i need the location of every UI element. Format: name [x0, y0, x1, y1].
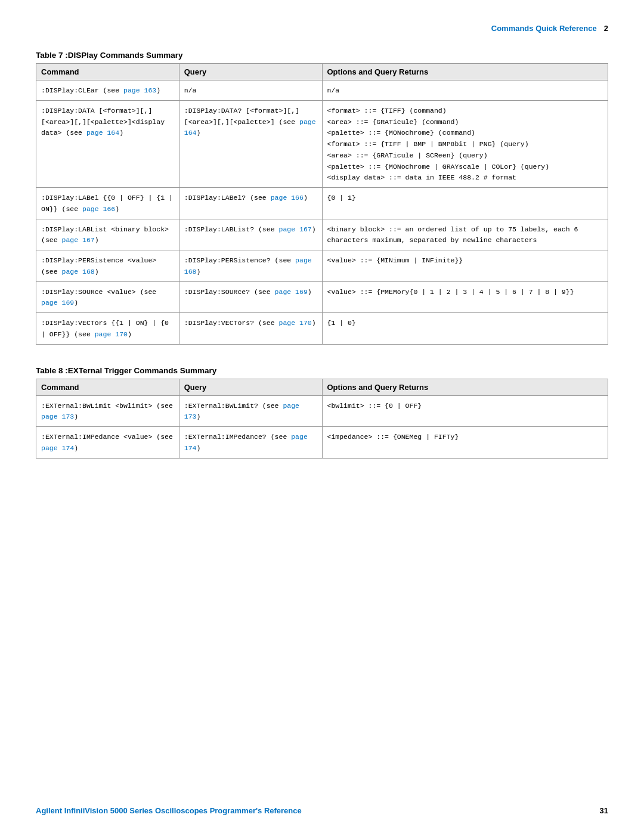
command-cell: :DISPlay:PERSistence <value> (see page 1…	[36, 250, 179, 282]
command-cell: :DISPlay:SOURce <value> (see page 169)	[36, 281, 179, 313]
options-cell: <binary block> ::= an ordered list of up…	[322, 219, 608, 250]
table-row: :DISPlay:CLEar (see page 163)n/an/a	[36, 80, 608, 101]
query-cell: :DISPlay:SOURce? (see page 169)	[179, 281, 322, 313]
table7-section: Table 7 :DISPlay Commands Summary Comman…	[36, 51, 608, 345]
table7-col-command: Command	[36, 64, 179, 80]
header-title: Commands Quick Reference	[491, 24, 597, 33]
command-cell: :DISPlay:DATA [<format>][,][<area>][,][<…	[36, 100, 179, 187]
query-cell: n/a	[179, 80, 322, 101]
query-cell: :EXTernal:IMPedance? (see page 174)	[179, 427, 322, 459]
query-cell: :DISPlay:DATA? [<format>][,][<area>][,][…	[179, 100, 322, 187]
page-footer: Agilent InfiniiVision 5000 Series Oscill…	[36, 806, 608, 815]
command-cell: :DISPlay:CLEar (see page 163)	[36, 80, 179, 101]
command-cell: :EXTernal:IMPedance <value> (see page 17…	[36, 427, 179, 459]
header-page-number: 2	[604, 24, 608, 33]
table-row: :DISPlay:PERSistence <value> (see page 1…	[36, 250, 608, 282]
options-cell: <format> ::= {TIFF} (command)<area> ::= …	[322, 100, 608, 187]
table-row: :EXTernal:BWLimit <bwlimit> (see page 17…	[36, 395, 608, 427]
options-cell: <value> ::= {MINimum | INFinite}}	[322, 250, 608, 282]
table8-col-query: Query	[179, 379, 322, 395]
table8-header-row: Command Query Options and Query Returns	[36, 379, 608, 395]
query-cell: :DISPlay:LABList? (see page 167)	[179, 219, 322, 250]
options-cell: <bwlimit> ::= {0 | OFF}	[322, 395, 608, 427]
command-cell: :DISPlay:LABel {{0 | OFF} | {1 | ON}} (s…	[36, 188, 179, 219]
table8-section: Table 8 :EXTernal Trigger Commands Summa…	[36, 366, 608, 459]
table8-caption: Table 8 :EXTernal Trigger Commands Summa…	[36, 366, 608, 375]
table-row: :DISPlay:LABList <binary block> (see pag…	[36, 219, 608, 250]
table7-col-options: Options and Query Returns	[322, 64, 608, 80]
table7-col-query: Query	[179, 64, 322, 80]
options-cell: {1 | 0}	[322, 313, 608, 345]
table7-caption: Table 7 :DISPlay Commands Summary	[36, 51, 608, 60]
options-cell: n/a	[322, 80, 608, 101]
page-container: Commands Quick Reference 2 Table 7 :DISP…	[0, 0, 644, 516]
table8-col-command: Command	[36, 379, 179, 395]
table-row: :DISPlay:SOURce <value> (see page 169):D…	[36, 281, 608, 313]
table-row: :DISPlay:VECTors {{1 | ON} | {0 | OFF}} …	[36, 313, 608, 345]
table-row: :DISPlay:DATA [<format>][,][<area>][,][<…	[36, 100, 608, 187]
command-cell: :EXTernal:BWLimit <bwlimit> (see page 17…	[36, 395, 179, 427]
options-cell: <impedance> ::= {ONEMeg | FIFTy}	[322, 427, 608, 459]
table8-col-options: Options and Query Returns	[322, 379, 608, 395]
query-cell: :DISPlay:LABel? (see page 166)	[179, 188, 322, 219]
table8: Command Query Options and Query Returns …	[36, 379, 608, 459]
command-cell: :DISPlay:LABList <binary block> (see pag…	[36, 219, 179, 250]
table7: Command Query Options and Query Returns …	[36, 63, 608, 345]
table-row: :DISPlay:LABel {{0 | OFF} | {1 | ON}} (s…	[36, 188, 608, 219]
options-cell: {0 | 1}	[322, 188, 608, 219]
table7-header-row: Command Query Options and Query Returns	[36, 64, 608, 80]
page-header: Commands Quick Reference 2	[36, 24, 608, 33]
query-cell: :EXTernal:BWLimit? (see page 173)	[179, 395, 322, 427]
command-cell: :DISPlay:VECTors {{1 | ON} | {0 | OFF}} …	[36, 313, 179, 345]
table-row: :EXTernal:IMPedance <value> (see page 17…	[36, 427, 608, 459]
options-cell: <value> ::= {PMEMory{0 | 1 | 2 | 3 | 4 |…	[322, 281, 608, 313]
footer-page-number: 31	[600, 806, 608, 815]
query-cell: :DISPlay:PERSistence? (see page 168)	[179, 250, 322, 282]
query-cell: :DISPlay:VECTors? (see page 170)	[179, 313, 322, 345]
footer-title: Agilent InfiniiVision 5000 Series Oscill…	[36, 806, 302, 815]
